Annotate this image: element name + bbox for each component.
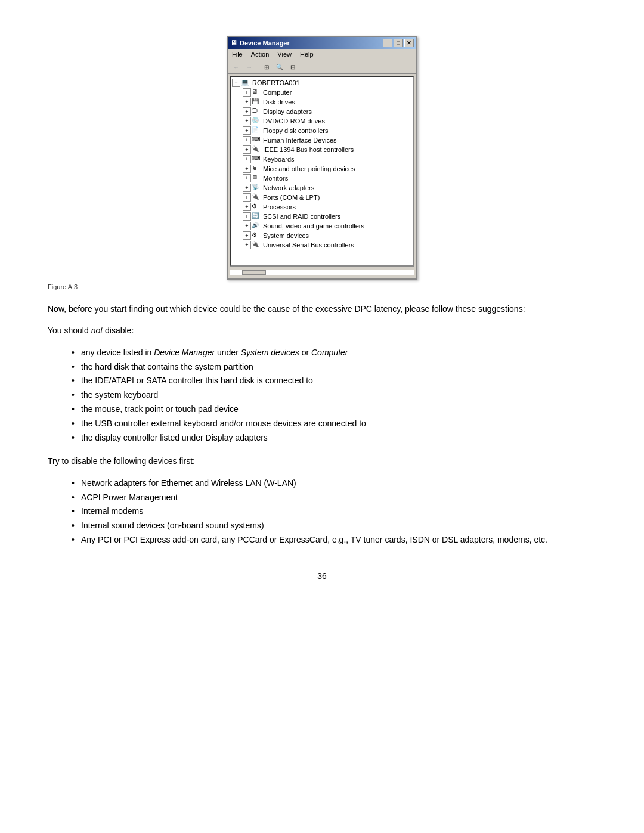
- system-icon: ⚙: [252, 231, 261, 240]
- expand-mice[interactable]: +: [243, 165, 251, 173]
- toolbar: ← → ⊞ 🔍 ⊟: [228, 60, 416, 74]
- keyboard-icon: ⌨: [252, 155, 261, 163]
- expand-network[interactable]: +: [243, 184, 251, 192]
- menu-help[interactable]: Help: [298, 50, 315, 58]
- display-icon: 🖵: [252, 107, 261, 116]
- disk-label: Disk drives: [263, 98, 295, 106]
- collapse-root[interactable]: −: [232, 79, 240, 87]
- disk-icon: 💾: [252, 98, 261, 106]
- expand-ieee[interactable]: +: [243, 145, 251, 154]
- properties-button[interactable]: ⊞: [261, 61, 273, 72]
- expand-usb[interactable]: +: [243, 241, 251, 249]
- menu-action[interactable]: Action: [249, 50, 271, 58]
- list-item[interactable]: + 🖵 Display adapters: [232, 107, 412, 116]
- should-not-prefix: You should: [48, 326, 91, 335]
- expand-dvd[interactable]: +: [243, 117, 251, 125]
- maximize-button[interactable]: □: [394, 39, 403, 47]
- scsi-icon: 🔄: [252, 212, 261, 221]
- floppy-label: Floppy disk controllers: [263, 127, 328, 134]
- list-item[interactable]: + ⌨ Keyboards: [232, 154, 412, 164]
- list-item: the hard disk that contains the system p…: [72, 360, 596, 374]
- list-item: any device listed in Device Manager unde…: [72, 346, 596, 360]
- list-item[interactable]: + 🖥 Computer: [232, 88, 412, 97]
- minimize-button[interactable]: _: [383, 39, 392, 47]
- expand-sound[interactable]: +: [243, 222, 251, 230]
- scrollbar-thumb[interactable]: [242, 270, 266, 275]
- list-item[interactable]: + 🔊 Sound, video and game controllers: [232, 221, 412, 231]
- list-item[interactable]: + 📡 Network adapters: [232, 183, 412, 193]
- list-item: ACPI Power Management: [72, 491, 596, 505]
- should-not-paragraph: You should not disable:: [48, 324, 596, 337]
- toolbar-separator: [258, 62, 258, 72]
- sound-icon: 🔊: [252, 222, 261, 230]
- forward-button[interactable]: →: [243, 61, 255, 72]
- computer-device-icon: 🖥: [252, 88, 261, 97]
- ports-label: Ports (COM & LPT): [263, 194, 320, 201]
- expand-hid[interactable]: +: [243, 136, 251, 144]
- processors-label: Processors: [263, 203, 296, 210]
- computer-icon: 💻: [241, 79, 250, 87]
- back-button[interactable]: ←: [230, 61, 242, 72]
- list-item[interactable]: + ⚙ System devices: [232, 231, 412, 240]
- list-item: the system keyboard: [72, 388, 596, 402]
- page-number: 36: [48, 571, 596, 581]
- expand-scsi[interactable]: +: [243, 212, 251, 221]
- list-item: Any PCI or PCI Express add-on card, any …: [72, 533, 596, 547]
- expand-ports[interactable]: +: [243, 193, 251, 202]
- dvd-label: DVD/CD-ROM drives: [263, 117, 325, 125]
- expand-monitors[interactable]: +: [243, 174, 251, 182]
- scan-button[interactable]: 🔍: [274, 61, 286, 72]
- list-item: Internal sound devices (on-board sound s…: [72, 519, 596, 533]
- expand-processors[interactable]: +: [243, 203, 251, 211]
- try-disable-paragraph: Try to disable the following devices fir…: [48, 454, 596, 467]
- list-item[interactable]: + 🖱 Mice and other pointing devices: [232, 164, 412, 174]
- expand-floppy[interactable]: +: [243, 126, 251, 135]
- list-item[interactable]: + ⚙ Processors: [232, 202, 412, 212]
- list-item: the mouse, track point or touch pad devi…: [72, 402, 596, 417]
- list-item[interactable]: + 🔌 Universal Serial Bus controllers: [232, 240, 412, 250]
- list-item[interactable]: + ⌨ Human Interface Devices: [232, 135, 412, 145]
- menubar: File Action View Help: [228, 49, 416, 60]
- ports-icon: 🔌: [252, 193, 261, 202]
- list-item[interactable]: + 📄 Floppy disk controllers: [232, 126, 412, 135]
- should-not-rest: disable:: [103, 326, 134, 335]
- titlebar-buttons: _ □ ✕: [383, 39, 414, 47]
- expand-computer[interactable]: +: [243, 88, 251, 97]
- list-item[interactable]: + 💾 Disk drives: [232, 97, 412, 107]
- usb-label: Universal Serial Bus controllers: [263, 241, 354, 249]
- tree-content[interactable]: − 💻 ROBERTOA001 + 🖥 Computer + 💾 Disk dr…: [230, 76, 414, 267]
- expand-system[interactable]: +: [243, 231, 251, 240]
- try-disable-list: Network adapters for Ethernet and Wirele…: [72, 476, 596, 547]
- expand-disk[interactable]: +: [243, 98, 251, 106]
- scrollbar-area: [230, 268, 414, 277]
- list-item[interactable]: + 🔌 Ports (COM & LPT): [232, 193, 412, 202]
- list-item[interactable]: + 🖥 Monitors: [232, 174, 412, 183]
- expand-keyboards[interactable]: +: [243, 155, 251, 163]
- tree-root: − 💻 ROBERTOA001: [232, 78, 412, 88]
- list-item: the IDE/ATAPI or SATA controller this ha…: [72, 374, 596, 388]
- network-icon: 📡: [252, 184, 261, 192]
- window-title: Device Manager: [240, 39, 290, 47]
- list-item[interactable]: + 💿 DVD/CD-ROM drives: [232, 116, 412, 126]
- usb-icon: 🔌: [252, 241, 261, 249]
- mice-label: Mice and other pointing devices: [263, 165, 355, 172]
- floppy-icon: 📄: [252, 126, 261, 135]
- menu-view[interactable]: View: [275, 50, 293, 58]
- expand-display[interactable]: +: [243, 107, 251, 116]
- list-item[interactable]: + 🔄 SCSI and RAID controllers: [232, 212, 412, 221]
- window-icon: 🖥: [230, 39, 237, 47]
- list-item[interactable]: + 🔌 IEEE 1394 Bus host controllers: [232, 145, 412, 154]
- menu-file[interactable]: File: [230, 50, 244, 58]
- sound-label: Sound, video and game controllers: [263, 222, 364, 230]
- close-button[interactable]: ✕: [404, 39, 414, 47]
- titlebar: 🖥 Device Manager _ □ ✕: [228, 37, 416, 49]
- view-button[interactable]: ⊟: [287, 61, 299, 72]
- hid-label: Human Interface Devices: [263, 137, 337, 144]
- horizontal-scrollbar[interactable]: [230, 270, 414, 275]
- list-item: the USB controller external keyboard and…: [72, 417, 596, 431]
- not-italic: not: [91, 326, 103, 335]
- figure-caption: Figure A.3: [48, 283, 596, 290]
- display-label: Display adapters: [263, 108, 312, 115]
- keyboards-label: Keyboards: [263, 156, 295, 163]
- dvd-icon: 💿: [252, 117, 261, 125]
